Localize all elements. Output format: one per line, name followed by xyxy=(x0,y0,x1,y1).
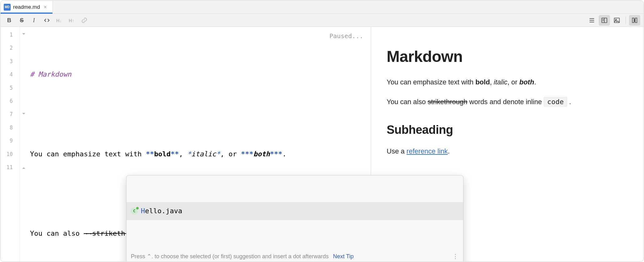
format-toolbar: B S I H↓ H↑ xyxy=(1,14,643,27)
code-area[interactable]: Paused... # Markdown You can emphasize t… xyxy=(27,27,371,261)
more-icon[interactable]: ⋮ xyxy=(453,250,459,262)
close-icon[interactable]: × xyxy=(42,4,48,10)
link-button[interactable] xyxy=(79,15,90,26)
view-split-button[interactable] xyxy=(599,15,610,26)
bold-button[interactable]: B xyxy=(4,15,15,26)
preview-paragraph: You can also strikethrough words and den… xyxy=(387,97,628,107)
fold-column xyxy=(20,27,27,261)
svg-rect-14 xyxy=(632,18,634,23)
fold-end-icon[interactable] xyxy=(22,165,26,169)
class-file-icon: C xyxy=(131,208,138,214)
status-paused: Paused... xyxy=(329,29,363,43)
toolbar-separator xyxy=(626,17,626,24)
fold-marker-icon[interactable] xyxy=(22,33,26,37)
fold-marker-icon[interactable] xyxy=(22,113,26,116)
preview-link[interactable]: reference link xyxy=(407,147,448,155)
svg-text:I: I xyxy=(32,17,35,23)
svg-text:B: B xyxy=(7,17,11,23)
svg-rect-15 xyxy=(635,18,637,23)
completion-popup: C Hello.java Press ⌃. to choose the sele… xyxy=(126,175,463,262)
markdown-file-icon: MD xyxy=(4,4,11,11)
svg-point-13 xyxy=(615,19,617,20)
tab-bar: MD readme.md × xyxy=(1,1,643,14)
preview-paragraph: You can emphasize text with bold, italic… xyxy=(387,77,628,87)
strikethrough-button[interactable]: S xyxy=(16,15,27,26)
scroll-sync-button[interactable] xyxy=(629,15,640,26)
completion-hint: Press ⌃. to choose the selected (or firs… xyxy=(126,247,463,262)
preview-h1: Markdown xyxy=(387,48,628,66)
view-preview-button[interactable] xyxy=(611,15,622,26)
svg-text:H↓: H↓ xyxy=(56,18,62,23)
completion-item[interactable]: C Hello.java xyxy=(126,202,463,220)
code-button[interactable] xyxy=(41,15,52,26)
svg-text:H↑: H↑ xyxy=(69,18,74,23)
heading-up-button[interactable]: H↑ xyxy=(66,15,77,26)
line-gutter: 1234567891011 xyxy=(1,27,20,261)
preview-h2: Subheading xyxy=(387,123,628,137)
file-tab[interactable]: MD readme.md × xyxy=(1,1,53,13)
editor-pane[interactable]: 1234567891011 Paused... # Markdown You c… xyxy=(1,27,371,261)
heading-down-button[interactable]: H↓ xyxy=(54,15,65,26)
view-source-button[interactable] xyxy=(586,15,597,26)
italic-button[interactable]: I xyxy=(29,15,40,26)
preview-paragraph: Use a reference link. xyxy=(387,146,628,156)
tab-filename: readme.md xyxy=(13,4,40,10)
next-tip-link[interactable]: Next Tip xyxy=(333,250,354,262)
svg-text:S: S xyxy=(20,17,24,23)
